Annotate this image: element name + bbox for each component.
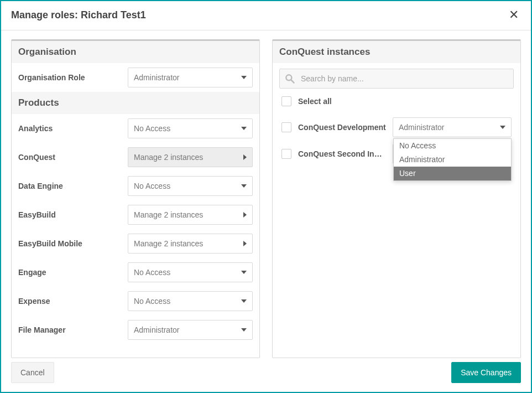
products-section-header: Products xyxy=(12,92,259,114)
chevron-right-icon xyxy=(243,212,247,218)
instance-checkbox[interactable] xyxy=(281,122,291,132)
instances-panel: ConQuest instances Select all ConQuest D… xyxy=(272,39,521,358)
chevron-down-icon xyxy=(241,184,247,188)
organisation-panel: Organisation Organisation Role Administr… xyxy=(11,39,260,358)
product-label: Expense xyxy=(18,297,128,306)
instances-section-header: ConQuest instances xyxy=(273,41,520,63)
product-select-value: Administrator xyxy=(134,325,179,334)
cancel-button[interactable]: Cancel xyxy=(11,362,54,383)
product-row: EasyBuildManage 2 instances xyxy=(12,200,259,229)
search-box[interactable] xyxy=(279,69,514,89)
instance-checkbox[interactable] xyxy=(281,149,291,159)
product-label: Data Engine xyxy=(18,182,128,190)
organisation-role-select[interactable]: Administrator xyxy=(128,68,253,87)
organisation-section-header: Organisation xyxy=(12,41,259,63)
product-select[interactable]: Manage 2 instances xyxy=(128,147,253,167)
instance-label: ConQuest Second Insta… xyxy=(298,149,386,158)
product-label: Engage xyxy=(18,268,128,277)
product-select[interactable]: No Access xyxy=(128,176,253,196)
role-dropdown-menu[interactable]: No AccessAdministratorUser xyxy=(393,138,512,181)
product-select[interactable]: Administrator xyxy=(128,320,253,340)
product-row: Data EngineNo Access xyxy=(12,172,259,200)
instance-label: ConQuest Development xyxy=(298,123,386,132)
dialog-body: Organisation Organisation Role Administr… xyxy=(1,30,531,367)
product-row: ConQuestManage 2 instances xyxy=(12,143,259,172)
instance-row: ConQuest DevelopmentAdministrator xyxy=(273,114,520,141)
product-label: EasyBuild Mobile xyxy=(18,239,128,248)
product-select-value: Manage 2 instances xyxy=(134,153,203,162)
chevron-down-icon xyxy=(241,299,247,303)
dialog-header: Manage roles: Richard Test1 ✕ xyxy=(1,1,531,30)
product-label: ConQuest xyxy=(18,153,128,162)
product-row: File ManagerAdministrator xyxy=(12,316,259,344)
chevron-down-icon xyxy=(241,76,247,79)
product-select-value: Manage 2 instances xyxy=(134,210,203,219)
product-select[interactable]: No Access xyxy=(128,262,253,282)
product-label: File Manager xyxy=(18,325,128,334)
product-row: AnalyticsNo Access xyxy=(12,114,259,143)
instance-role-select[interactable]: Administrator xyxy=(393,117,512,137)
search-wrap xyxy=(273,63,520,93)
dialog-footer: Cancel Save Changes xyxy=(1,355,531,392)
save-button[interactable]: Save Changes xyxy=(451,362,521,383)
search-input[interactable] xyxy=(295,74,509,84)
chevron-right-icon xyxy=(243,154,247,160)
organisation-role-row: Organisation Role Administrator xyxy=(12,63,259,92)
svg-line-1 xyxy=(291,80,294,83)
close-icon[interactable]: ✕ xyxy=(507,8,521,22)
organisation-role-value: Administrator xyxy=(134,73,179,82)
product-select[interactable]: Manage 2 instances xyxy=(128,234,253,254)
select-all-row: Select all xyxy=(273,93,520,114)
products-list: AnalyticsNo AccessConQuestManage 2 insta… xyxy=(12,114,259,344)
product-select-value: No Access xyxy=(134,182,170,190)
organisation-role-label: Organisation Role xyxy=(18,73,128,82)
select-all-label: Select all xyxy=(298,97,332,106)
product-row: EngageNo Access xyxy=(12,258,259,287)
chevron-down-icon xyxy=(241,328,247,332)
product-row: ExpenseNo Access xyxy=(12,287,259,316)
product-label: EasyBuild xyxy=(18,210,128,219)
dropdown-option[interactable]: No Access xyxy=(394,139,511,153)
product-select-value: No Access xyxy=(134,268,170,277)
search-icon xyxy=(284,73,295,84)
chevron-down-icon xyxy=(241,271,247,274)
dialog-title: Manage roles: Richard Test1 xyxy=(11,9,146,21)
select-all-checkbox[interactable] xyxy=(281,96,291,106)
product-select-value: No Access xyxy=(134,297,170,306)
product-select-value: Manage 2 instances xyxy=(134,239,203,248)
product-select-value: No Access xyxy=(134,124,170,133)
product-label: Analytics xyxy=(18,124,128,133)
instance-role-value: Administrator xyxy=(399,123,444,132)
product-row: EasyBuild MobileManage 2 instances xyxy=(12,229,259,258)
product-select[interactable]: No Access xyxy=(128,118,253,138)
product-select[interactable]: Manage 2 instances xyxy=(128,205,253,225)
dropdown-option[interactable]: User xyxy=(394,167,511,180)
chevron-down-icon xyxy=(241,127,247,130)
chevron-right-icon xyxy=(243,241,247,246)
dialog-manage-roles: Manage roles: Richard Test1 ✕ Organisati… xyxy=(0,0,532,393)
product-select[interactable]: No Access xyxy=(128,291,253,311)
chevron-down-icon xyxy=(500,126,505,129)
dropdown-option[interactable]: Administrator xyxy=(394,153,511,167)
